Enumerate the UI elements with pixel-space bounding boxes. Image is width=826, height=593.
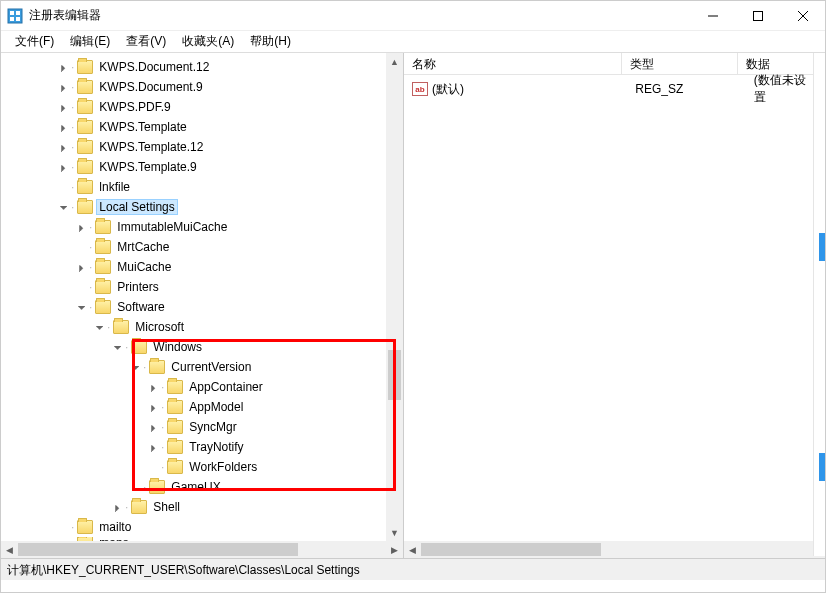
expander-icon[interactable] bbox=[111, 342, 125, 353]
expander-icon[interactable] bbox=[57, 202, 71, 213]
tree-item[interactable]: ·GameUX bbox=[1, 477, 403, 497]
tree-item[interactable]: ·KWPS.Template bbox=[1, 117, 403, 137]
expander-icon[interactable] bbox=[111, 502, 125, 513]
tree-label: KWPS.Document.9 bbox=[97, 80, 204, 94]
tree-item[interactable]: ·Local Settings bbox=[1, 197, 403, 217]
svg-rect-1 bbox=[10, 11, 14, 15]
expander-icon[interactable] bbox=[75, 302, 89, 313]
tree-item[interactable]: ·KWPS.PDF.9 bbox=[1, 97, 403, 117]
tree-item[interactable]: ·mailto bbox=[1, 517, 403, 537]
expander-icon[interactable] bbox=[147, 422, 161, 433]
expander-icon[interactable] bbox=[57, 142, 71, 153]
folder-icon bbox=[131, 340, 147, 354]
tree-label: lnkfile bbox=[97, 180, 132, 194]
tree-item[interactable]: ·MrtCache bbox=[1, 237, 403, 257]
expander-icon[interactable] bbox=[57, 62, 71, 73]
tree-item[interactable]: ·KWPS.Template.9 bbox=[1, 157, 403, 177]
menu-file[interactable]: 文件(F) bbox=[7, 31, 62, 52]
folder-icon bbox=[77, 160, 93, 174]
expander-icon[interactable] bbox=[57, 82, 71, 93]
folder-icon bbox=[77, 140, 93, 154]
folder-icon bbox=[167, 420, 183, 434]
tree-item[interactable]: ·WorkFolders bbox=[1, 457, 403, 477]
expander-icon[interactable] bbox=[75, 222, 89, 233]
scroll-up-icon[interactable]: ▲ bbox=[386, 53, 403, 70]
tree-item[interactable]: ·TrayNotify bbox=[1, 437, 403, 457]
close-button[interactable] bbox=[780, 1, 825, 31]
tree-scrollbar-v[interactable]: ▲ ▼ bbox=[386, 53, 403, 541]
tree-item[interactable]: ·AppModel bbox=[1, 397, 403, 417]
folder-icon bbox=[167, 380, 183, 394]
menu-view[interactable]: 查看(V) bbox=[118, 31, 174, 52]
svg-rect-3 bbox=[10, 17, 14, 21]
tree-item[interactable]: ·Windows bbox=[1, 337, 403, 357]
folder-icon bbox=[77, 100, 93, 114]
scroll-thumb-h[interactable] bbox=[421, 543, 601, 556]
tree-label: AppContainer bbox=[187, 380, 264, 394]
scroll-left-icon[interactable]: ◀ bbox=[404, 541, 421, 558]
expander-icon[interactable] bbox=[93, 322, 107, 333]
expander-icon[interactable] bbox=[75, 262, 89, 273]
tree-scrollbar-h[interactable]: ◀ ▶ bbox=[1, 541, 403, 558]
expander-icon[interactable] bbox=[57, 122, 71, 133]
expander-icon[interactable] bbox=[147, 442, 161, 453]
expander-icon[interactable] bbox=[57, 162, 71, 173]
folder-icon bbox=[149, 480, 165, 494]
tree-label: Local Settings bbox=[97, 200, 176, 214]
tree-label: TrayNotify bbox=[187, 440, 245, 454]
tree-label: ImmutableMuiCache bbox=[115, 220, 229, 234]
tree-label: SyncMgr bbox=[187, 420, 238, 434]
tree-label: KWPS.Document.12 bbox=[97, 60, 211, 74]
expander-icon[interactable] bbox=[147, 402, 161, 413]
tree-item[interactable]: ·KWPS.Document.12 bbox=[1, 57, 403, 77]
tree-item[interactable]: ·SyncMgr bbox=[1, 417, 403, 437]
window-edge bbox=[813, 53, 825, 556]
menu-favorites[interactable]: 收藏夹(A) bbox=[174, 31, 242, 52]
tree[interactable]: ·KWPS.Document.12·KWPS.Document.9·KWPS.P… bbox=[1, 53, 403, 543]
tree-label: CurrentVersion bbox=[169, 360, 253, 374]
folder-icon bbox=[167, 440, 183, 454]
tree-item[interactable]: ·ImmutableMuiCache bbox=[1, 217, 403, 237]
menu-edit[interactable]: 编辑(E) bbox=[62, 31, 118, 52]
scroll-thumb-v[interactable] bbox=[388, 350, 401, 400]
col-data[interactable]: 数据 bbox=[738, 53, 825, 74]
col-name[interactable]: 名称 bbox=[404, 53, 622, 74]
minimize-button[interactable] bbox=[690, 1, 735, 31]
expander-icon[interactable] bbox=[147, 382, 161, 393]
maximize-button[interactable] bbox=[735, 1, 780, 31]
tree-label: KWPS.Template bbox=[97, 120, 188, 134]
tree-item[interactable]: ·Microsoft bbox=[1, 317, 403, 337]
tree-item[interactable]: ·MuiCache bbox=[1, 257, 403, 277]
folder-icon bbox=[77, 60, 93, 74]
tree-item[interactable]: ·Software bbox=[1, 297, 403, 317]
col-type[interactable]: 类型 bbox=[622, 53, 738, 74]
scroll-down-icon[interactable]: ▼ bbox=[386, 524, 403, 541]
value-row[interactable]: ab(默认)REG_SZ(数值未设置 bbox=[404, 79, 825, 99]
content: ·KWPS.Document.12·KWPS.Document.9·KWPS.P… bbox=[1, 53, 825, 558]
tree-label: WorkFolders bbox=[187, 460, 259, 474]
tree-label: Printers bbox=[115, 280, 160, 294]
scroll-right-icon[interactable]: ▶ bbox=[386, 541, 403, 558]
statusbar: 计算机\HKEY_CURRENT_USER\Software\Classes\L… bbox=[1, 558, 825, 580]
scroll-thumb-h[interactable] bbox=[18, 543, 298, 556]
svg-rect-2 bbox=[16, 11, 20, 15]
tree-label: Windows bbox=[151, 340, 204, 354]
tree-item[interactable]: ·lnkfile bbox=[1, 177, 403, 197]
values-body[interactable]: ab(默认)REG_SZ(数值未设置 bbox=[404, 75, 825, 103]
status-path: 计算机\HKEY_CURRENT_USER\Software\Classes\L… bbox=[7, 563, 360, 577]
tree-item[interactable]: ·AppContainer bbox=[1, 377, 403, 397]
tree-item[interactable]: ·KWPS.Document.9 bbox=[1, 77, 403, 97]
folder-icon bbox=[95, 260, 111, 274]
tree-item[interactable]: ·Shell bbox=[1, 497, 403, 517]
tree-item[interactable]: ·Printers bbox=[1, 277, 403, 297]
values-scrollbar-h[interactable]: ◀ ▶ bbox=[404, 541, 825, 558]
tree-pane: ·KWPS.Document.12·KWPS.Document.9·KWPS.P… bbox=[1, 53, 404, 558]
expander-icon[interactable] bbox=[57, 102, 71, 113]
menu-help[interactable]: 帮助(H) bbox=[242, 31, 299, 52]
folder-icon bbox=[77, 200, 93, 214]
scroll-left-icon[interactable]: ◀ bbox=[1, 541, 18, 558]
tree-item[interactable]: ·KWPS.Template.12 bbox=[1, 137, 403, 157]
tree-label: mailto bbox=[97, 520, 133, 534]
tree-item[interactable]: ·CurrentVersion bbox=[1, 357, 403, 377]
expander-icon[interactable] bbox=[129, 362, 143, 373]
